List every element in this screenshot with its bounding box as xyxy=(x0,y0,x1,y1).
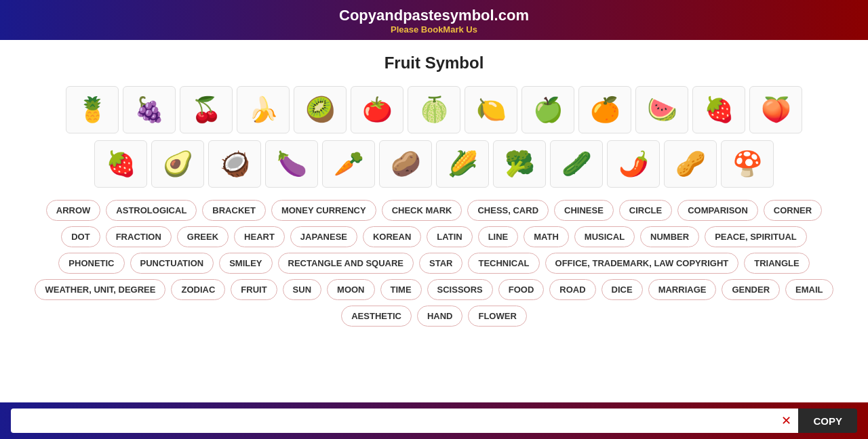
category-tag-zodiac[interactable]: ZODIAC xyxy=(171,279,225,300)
category-tag-chess--card[interactable]: CHESS, CARD xyxy=(467,200,549,221)
fruit-cell-lemon[interactable]: 🍋 xyxy=(465,86,517,133)
category-tag-arrow[interactable]: ARROW xyxy=(46,200,101,221)
category-tag-korean[interactable]: KOREAN xyxy=(363,226,421,247)
category-tag-corner[interactable]: CORNER xyxy=(764,200,822,221)
category-tag-moon[interactable]: MOON xyxy=(327,279,374,300)
category-tag-gender[interactable]: GENDER xyxy=(722,279,780,300)
category-tag-money-currency[interactable]: MONEY CURRENCY xyxy=(271,200,376,221)
category-tag-scissors[interactable]: SCISSORS xyxy=(427,279,493,300)
fruit-cell-potato[interactable]: 🥔 xyxy=(379,140,432,188)
category-tag-food[interactable]: FOOD xyxy=(498,279,545,300)
category-tag-road[interactable]: ROAD xyxy=(549,279,595,300)
page-title-wrap: Fruit Symbol xyxy=(27,54,841,72)
category-tag-technical[interactable]: TECHNICAL xyxy=(468,253,539,274)
copy-input[interactable] xyxy=(11,409,774,433)
category-tag-latin[interactable]: LATIN xyxy=(427,226,472,247)
fruit-cell-grapes[interactable]: 🍇 xyxy=(123,86,176,133)
fruit-cell-tomato[interactable]: 🍅 xyxy=(351,86,403,133)
category-tag-star[interactable]: STAR xyxy=(419,253,462,274)
fruit-cell-pineapple[interactable]: 🍍 xyxy=(66,86,119,133)
fruit-cell-peanut[interactable]: 🥜 xyxy=(664,140,717,188)
fruit-cell-orange[interactable]: 🍊 xyxy=(578,86,631,133)
fruit-cell-green apple[interactable]: 🍏 xyxy=(521,86,574,133)
category-tag-email[interactable]: EMAIL xyxy=(785,279,833,300)
fruit-cell-cucumber[interactable]: 🥒 xyxy=(550,140,603,188)
category-tag-time[interactable]: TIME xyxy=(380,279,422,300)
fruit-cell-broccoli[interactable]: 🥦 xyxy=(493,140,546,188)
category-tag-japanese[interactable]: JAPANESE xyxy=(290,226,357,247)
copy-button[interactable]: COPY xyxy=(798,409,857,433)
fruit-cell-banana[interactable]: 🍌 xyxy=(237,86,290,133)
fruit-cell-chili[interactable]: 🌶️ xyxy=(607,140,660,188)
fruit-cell-watermelon[interactable]: 🍉 xyxy=(635,86,688,133)
fruit-cell-cherries[interactable]: 🍒 xyxy=(180,86,233,133)
site-title: Copyandpastesymbol.com xyxy=(0,7,868,24)
category-tag-musical[interactable]: MUSICAL xyxy=(574,226,635,247)
category-tag-dice[interactable]: DICE xyxy=(601,279,643,300)
category-tag-heart[interactable]: HEART xyxy=(234,226,285,247)
category-tag-bracket[interactable]: BRACKET xyxy=(202,200,266,221)
fruit-cell-kiwi[interactable]: 🥝 xyxy=(294,86,347,133)
category-tag-smiley[interactable]: SMILEY xyxy=(219,253,272,274)
category-tag-number[interactable]: NUMBER xyxy=(640,226,699,247)
category-tag-math[interactable]: MATH xyxy=(524,226,569,247)
bookmark-text: Please BookMark Us xyxy=(0,24,868,35)
category-tag-astrological[interactable]: ASTROLOGICAL xyxy=(106,200,197,221)
category-tag-hand[interactable]: HAND xyxy=(417,306,463,327)
fruit-cell-peach[interactable]: 🍑 xyxy=(749,86,802,133)
fruit-grid-row2: 🍓🥑🥥🍆🥕🥔🌽🥦🥒🌶️🥜🍄 xyxy=(27,140,841,188)
fruit-cell-eggplant[interactable]: 🍆 xyxy=(265,140,318,188)
fruit-cell-avocado[interactable]: 🥑 xyxy=(151,140,204,188)
category-tag-greek[interactable]: GREEK xyxy=(177,226,229,247)
fruit-cell-strawberry[interactable]: 🍓 xyxy=(94,140,147,188)
fruit-cell-coconut[interactable]: 🥥 xyxy=(208,140,261,188)
category-tag-punctuation[interactable]: PUNCTUATION xyxy=(130,253,214,274)
category-tag-circle[interactable]: CIRCLE xyxy=(619,200,672,221)
category-tag-triangle[interactable]: TRIANGLE xyxy=(744,253,809,274)
category-tag-comparison[interactable]: COMPARISON xyxy=(677,200,758,221)
clear-button[interactable]: ✕ xyxy=(774,409,798,433)
fruit-cell-corn[interactable]: 🌽 xyxy=(436,140,489,188)
fruit-cell-strawberry2[interactable]: 🍓 xyxy=(692,86,745,133)
page-title: Fruit Symbol xyxy=(27,54,841,72)
category-tag-sun[interactable]: SUN xyxy=(283,279,321,300)
category-tag-fruit[interactable]: FRUIT xyxy=(231,279,277,300)
category-tag-peace--spiritual[interactable]: PEACE, SPIRITUAL xyxy=(705,226,807,247)
category-tag-aesthetic[interactable]: AESTHETIC xyxy=(341,306,412,327)
category-tag-dot[interactable]: DOT xyxy=(61,226,100,247)
fruit-cell-carrot[interactable]: 🥕 xyxy=(322,140,375,188)
category-tag-phonetic[interactable]: PHONETIC xyxy=(58,253,124,274)
fruit-grid-row1: 🍍🍇🍒🍌🥝🍅🍈🍋🍏🍊🍉🍓🍑 xyxy=(27,86,841,133)
category-tag-chinese[interactable]: CHINESE xyxy=(554,200,614,221)
category-tag-flower[interactable]: FLOWER xyxy=(468,306,526,327)
category-tag-fraction[interactable]: FRACTION xyxy=(106,226,172,247)
site-header: Copyandpastesymbol.com Please BookMark U… xyxy=(0,0,868,40)
categories-container: ARROWASTROLOGICALBRACKETMONEY CURRENCYCH… xyxy=(27,200,841,327)
fruit-cell-melon[interactable]: 🍈 xyxy=(408,86,460,133)
category-tag-office--trademark--law-copyright[interactable]: OFFICE, TRADEMARK, LAW COPYRIGHT xyxy=(545,253,739,274)
category-tag-line[interactable]: LINE xyxy=(478,226,519,247)
fruit-cell-mushroom[interactable]: 🍄 xyxy=(721,140,774,188)
category-tag-weather--unit--degree[interactable]: WEATHER, UNIT, DEGREE xyxy=(35,279,165,300)
category-tag-check-mark[interactable]: CHECK MARK xyxy=(382,200,462,221)
category-tag-marriage[interactable]: MARRIAGE xyxy=(648,279,717,300)
main-content: Fruit Symbol 🍍🍇🍒🍌🥝🍅🍈🍋🍏🍊🍉🍓🍑 🍓🥑🥥🍆🥕🥔🌽🥦🥒🌶️🥜🍄… xyxy=(0,40,868,333)
category-tag-rectangle-and-square[interactable]: RECTANGLE AND SQUARE xyxy=(278,253,414,274)
bottom-bar: ✕ COPY xyxy=(0,402,868,439)
